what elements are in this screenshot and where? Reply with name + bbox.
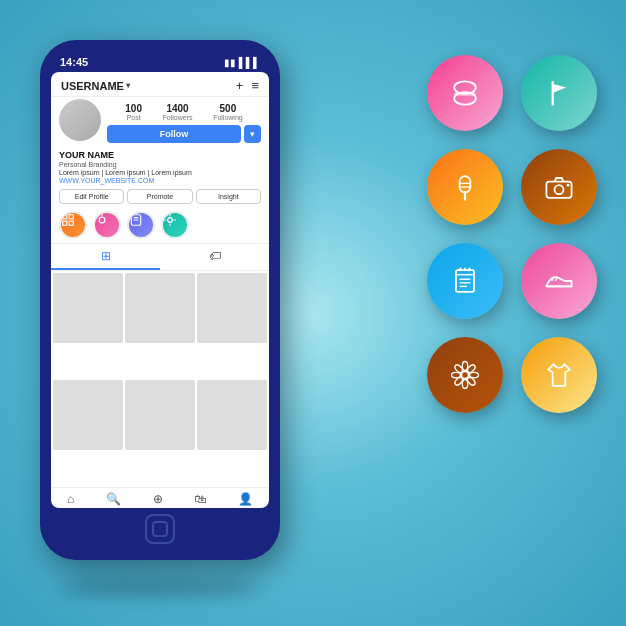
add-nav-icon[interactable]: ⊕ bbox=[153, 492, 163, 506]
highlight-4[interactable] bbox=[161, 211, 189, 239]
username-text: USERNAME bbox=[61, 80, 124, 92]
following-count: 500 bbox=[213, 103, 243, 114]
flag-icon-circle[interactable] bbox=[521, 55, 597, 131]
clothes-icon-circle[interactable] bbox=[521, 337, 597, 413]
svg-rect-3 bbox=[69, 221, 73, 225]
post-count: 100 bbox=[125, 103, 142, 114]
popsicle-icon-circle[interactable] bbox=[427, 149, 503, 225]
phone-time: 14:45 bbox=[60, 56, 88, 68]
highlight-2[interactable] bbox=[93, 211, 121, 239]
photo-cell-4 bbox=[53, 380, 123, 450]
tag-tab[interactable]: 🏷 bbox=[160, 244, 269, 270]
photo-cell-2 bbox=[125, 273, 195, 343]
header-action-icons: + ≡ bbox=[236, 78, 259, 93]
action-buttons: Edit Profile Promote Insight bbox=[51, 187, 269, 208]
chevron-down-icon: ▾ bbox=[126, 81, 130, 90]
svg-point-23 bbox=[555, 185, 564, 194]
profile-name: YOUR NAME bbox=[51, 147, 269, 161]
svg-point-37 bbox=[470, 372, 479, 377]
phone-screen: USERNAME ▾ + ≡ 100 Po bbox=[51, 72, 269, 508]
profile-bio: Lorem ipsum | Lorem ipsum | Lorem ipsum bbox=[51, 169, 269, 177]
photo-cell-5 bbox=[125, 380, 195, 450]
photo-cell-1 bbox=[53, 273, 123, 343]
svg-point-34 bbox=[462, 362, 467, 371]
flower-icon-circle[interactable] bbox=[427, 337, 503, 413]
highlight-3[interactable] bbox=[127, 211, 155, 239]
add-icon[interactable]: + bbox=[236, 78, 244, 93]
search-nav-icon[interactable]: 🔍 bbox=[106, 492, 121, 506]
stat-followers: 1400 Followers bbox=[163, 103, 193, 121]
promote-button[interactable]: Promote bbox=[127, 189, 192, 204]
profile-nav-icon[interactable]: 👤 bbox=[238, 492, 253, 506]
insight-button[interactable]: Insight bbox=[196, 189, 261, 204]
grid-tab[interactable]: ⊞ bbox=[51, 244, 160, 270]
stat-following: 500 Following bbox=[213, 103, 243, 121]
macaron-icon-circle[interactable] bbox=[427, 55, 503, 131]
highlight-icons-grid bbox=[427, 55, 601, 511]
svg-point-4 bbox=[99, 217, 105, 223]
notebook-icon-circle[interactable] bbox=[427, 243, 503, 319]
stat-post: 100 Post bbox=[125, 103, 142, 121]
home-button[interactable] bbox=[145, 514, 175, 544]
follow-section: 100 Post 1400 Followers 500 Following bbox=[107, 97, 261, 143]
phone-mockup: 14:45 ▮▮ ▌▌▌ USERNAME ▾ + ≡ bbox=[40, 40, 280, 580]
follow-btn-row: Follow ▾ bbox=[107, 125, 261, 143]
personal-branding: Personal Branding bbox=[51, 161, 269, 169]
camera-icon-circle[interactable] bbox=[521, 149, 597, 225]
svg-rect-25 bbox=[456, 270, 474, 292]
svg-rect-1 bbox=[69, 215, 73, 219]
menu-icon[interactable]: ≡ bbox=[251, 78, 259, 93]
svg-point-36 bbox=[452, 372, 461, 377]
highlights-row bbox=[51, 208, 269, 243]
svg-rect-0 bbox=[63, 215, 67, 219]
photo-grid bbox=[51, 271, 269, 487]
svg-rect-2 bbox=[63, 221, 67, 225]
svg-point-24 bbox=[567, 184, 570, 187]
profile-website[interactable]: WWW.YOUR_WEBSITE.COM bbox=[51, 177, 269, 187]
svg-point-9 bbox=[168, 218, 173, 223]
followers-label: Followers bbox=[163, 114, 193, 121]
following-label: Following bbox=[213, 114, 243, 121]
battery-icon: ▮▮ bbox=[224, 57, 236, 68]
screen-header: USERNAME ▾ + ≡ bbox=[51, 72, 269, 97]
svg-rect-18 bbox=[460, 176, 471, 192]
home-nav-icon[interactable]: ⌂ bbox=[67, 492, 74, 506]
bottom-nav: ⌂ 🔍 ⊕ 🛍 👤 bbox=[51, 487, 269, 508]
follow-dropdown-button[interactable]: ▾ bbox=[244, 125, 261, 143]
shoe-icon-circle[interactable] bbox=[521, 243, 597, 319]
stats-row: 100 Post 1400 Followers 500 Following bbox=[107, 97, 261, 125]
bag-nav-icon[interactable]: 🛍 bbox=[194, 492, 206, 506]
highlight-1[interactable] bbox=[59, 211, 87, 239]
content-tabs: ⊞ 🏷 bbox=[51, 243, 269, 271]
edit-profile-button[interactable]: Edit Profile bbox=[59, 189, 124, 204]
svg-point-35 bbox=[462, 380, 467, 389]
profile-row: 100 Post 1400 Followers 500 Following bbox=[51, 97, 269, 147]
signal-icon: ▌▌▌ bbox=[239, 57, 260, 68]
post-label: Post bbox=[125, 114, 142, 121]
photo-cell-3 bbox=[197, 273, 267, 343]
followers-count: 1400 bbox=[163, 103, 193, 114]
username-label: USERNAME ▾ bbox=[61, 80, 130, 92]
svg-point-33 bbox=[461, 371, 468, 378]
avatar bbox=[59, 99, 101, 141]
follow-button[interactable]: Follow bbox=[107, 125, 241, 143]
photo-cell-6 bbox=[197, 380, 267, 450]
status-icons: ▮▮ ▌▌▌ bbox=[224, 57, 260, 68]
phone-shadow bbox=[60, 578, 260, 598]
status-bar: 14:45 ▮▮ ▌▌▌ bbox=[48, 56, 272, 68]
home-button-inner bbox=[152, 521, 168, 537]
